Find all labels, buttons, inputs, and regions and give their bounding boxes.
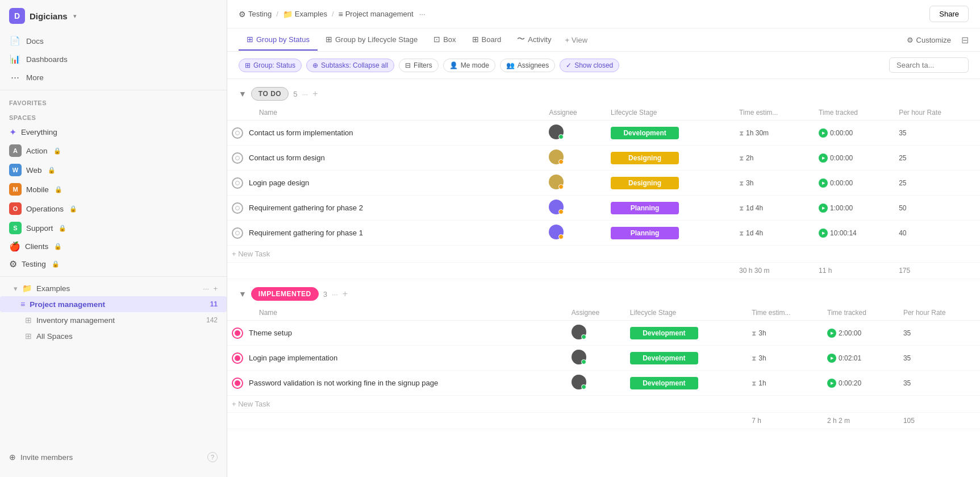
- task-name-cell: Contact us form design: [232, 152, 540, 164]
- breadcrumb-more[interactable]: ···: [419, 10, 426, 18]
- time-tracked: 0:00:20: [827, 379, 894, 388]
- play-icon[interactable]: [827, 379, 836, 388]
- filter-me-mode[interactable]: 👤 Me mode: [443, 59, 495, 72]
- help-icon[interactable]: ?: [207, 452, 218, 462]
- new-task-label[interactable]: + New Task: [232, 250, 270, 258]
- filter-group-status[interactable]: ⊞ Group: Status: [239, 59, 302, 72]
- grid-view-icon[interactable]: ⊟: [961, 35, 969, 45]
- new-task-label[interactable]: + New Task: [232, 400, 270, 408]
- divider2: [0, 276, 227, 277]
- search-input[interactable]: [889, 57, 969, 73]
- sidebar-item-everything[interactable]: ✦ Everything: [0, 123, 227, 141]
- group-add-implemented[interactable]: +: [343, 289, 348, 299]
- play-icon[interactable]: [827, 329, 836, 338]
- customize-button[interactable]: ⚙ Customize: [901, 32, 957, 48]
- group-collapse-todo[interactable]: ▼: [239, 89, 247, 98]
- breadcrumb-project[interactable]: ≡ Project management: [339, 10, 414, 19]
- group-header-todo: ▼ TO DO 5 ··· +: [227, 79, 980, 105]
- breadcrumb-testing[interactable]: ⚙ Testing: [239, 10, 272, 19]
- play-icon[interactable]: [819, 128, 828, 138]
- sidebar-item-clients[interactable]: 🍎 Clients 🔒: [0, 238, 227, 255]
- org-header[interactable]: D Digicians ▾: [0, 0, 227, 32]
- folder-actions[interactable]: ··· +: [203, 284, 218, 293]
- sidebar-item-more[interactable]: ⋯ More: [0, 68, 227, 86]
- group-section-todo: ▼ TO DO 5 ··· + Name Assignee Lifecycle …: [227, 79, 980, 279]
- play-icon[interactable]: [819, 154, 828, 163]
- group-more-implemented[interactable]: ···: [332, 290, 338, 298]
- time-estimate: ⧗ 1h: [752, 379, 818, 387]
- operations-avatar: O: [9, 202, 22, 215]
- sidebar-item-mobile[interactable]: M Mobile 🔒: [0, 180, 227, 199]
- sidebar-item-web[interactable]: W Web 🔒: [0, 160, 227, 180]
- docs-label: Docs: [26, 37, 44, 45]
- invite-members[interactable]: ⊕ Invite members ?: [0, 446, 227, 468]
- sidebar-item-action[interactable]: A Action 🔒: [0, 141, 227, 160]
- sidebar-item-operations[interactable]: O Operations 🔒: [0, 199, 227, 218]
- task-status-icon[interactable]: [232, 352, 243, 364]
- group-add-todo[interactable]: +: [312, 89, 318, 99]
- filter-filters[interactable]: ⊟ Filters: [399, 59, 439, 72]
- table-row[interactable]: Theme setup Development: [227, 321, 980, 346]
- task-status-icon[interactable]: [232, 202, 243, 214]
- group-count-implemented: 3: [323, 290, 327, 298]
- sidebar-item-docs[interactable]: 📄 Docs: [0, 32, 227, 50]
- table-row[interactable]: Requirement gathering for phase 2 Planni…: [227, 196, 980, 221]
- examples-folder[interactable]: ▾ 📁 Examples ··· +: [0, 280, 227, 296]
- tab-group-status[interactable]: ⊞ Group by Status: [239, 29, 318, 51]
- operations-label: Operations: [26, 205, 64, 213]
- col-per-hour-implemented: Per hour Rate: [899, 305, 980, 321]
- filter-show-closed[interactable]: ✓ Show closed: [560, 59, 619, 72]
- table-row[interactable]: Requirement gathering for phase 1 Planni…: [227, 221, 980, 246]
- play-icon[interactable]: [819, 179, 828, 188]
- table-row[interactable]: Login page implementation Development: [227, 346, 980, 371]
- play-icon[interactable]: [827, 354, 836, 363]
- lifecycle-badge: Designing: [611, 152, 679, 164]
- sidebar-all-spaces[interactable]: ⊞ All Spaces: [0, 328, 227, 344]
- table-row[interactable]: Contact us form design Designing: [227, 146, 980, 171]
- board-label: Board: [482, 35, 502, 44]
- table-row[interactable]: Login page design Designing: [227, 171, 980, 196]
- table-row[interactable]: Password validation is not working fine …: [227, 371, 980, 396]
- web-lock-icon: 🔒: [48, 167, 56, 174]
- clients-icon: 🍎: [9, 241, 20, 252]
- tab-board[interactable]: ⊞ Board: [464, 29, 510, 51]
- sidebar-list-inventory-management[interactable]: ⊞ Inventory management 142: [0, 312, 227, 328]
- task-status-icon[interactable]: [232, 227, 243, 239]
- play-icon[interactable]: [819, 229, 828, 238]
- more-icon: ⋯: [9, 72, 20, 82]
- summary-time-tracked: 11 h: [819, 267, 832, 275]
- filter-subtasks[interactable]: ⊕ Subtasks: Collapse all: [306, 59, 394, 72]
- tab-box[interactable]: ⊡ Box: [426, 29, 464, 51]
- summary-row: 30 h 30 m 11 h 175: [227, 263, 980, 279]
- task-status-icon[interactable]: [232, 177, 243, 189]
- filter-assignees[interactable]: 👥 Assignees: [500, 59, 555, 72]
- col-time-estimate-todo: Time estim...: [735, 105, 814, 121]
- sidebar-item-testing[interactable]: ⚙ Testing 🔒: [0, 255, 227, 273]
- divider: [0, 90, 227, 90]
- play-icon[interactable]: [819, 204, 828, 213]
- sidebar-item-dashboards[interactable]: 📊 Dashboards: [0, 50, 227, 68]
- task-status-icon[interactable]: [232, 152, 243, 164]
- group-more-todo[interactable]: ···: [302, 90, 308, 98]
- col-assignee-todo: Assignee: [544, 105, 606, 121]
- share-button[interactable]: Share: [929, 6, 969, 22]
- table-row[interactable]: Contact us form implementation Developme…: [227, 121, 980, 146]
- tab-add-view[interactable]: + View: [559, 30, 593, 50]
- tab-activity[interactable]: 〜 Activity: [509, 28, 559, 51]
- tab-group-lifecycle[interactable]: ⊞ Group by Lifecycle Stage: [318, 29, 426, 51]
- hourglass-icon: ⧗: [739, 129, 744, 137]
- sidebar-list-project-management[interactable]: ≡ Project management 11: [0, 296, 227, 312]
- time-tracked-value: 0:00:00: [830, 179, 853, 187]
- hourglass-icon: ⧗: [739, 154, 744, 162]
- sidebar-item-support[interactable]: S Support 🔒: [0, 218, 227, 238]
- box-icon: ⊡: [433, 35, 440, 44]
- task-status-icon[interactable]: [232, 327, 243, 339]
- group-collapse-implemented[interactable]: ▼: [239, 289, 247, 298]
- group-badge-todo[interactable]: TO DO: [251, 87, 289, 101]
- task-status-icon[interactable]: [232, 378, 243, 389]
- new-task-row[interactable]: + New Task: [227, 246, 980, 263]
- breadcrumb-examples[interactable]: 📁 Examples: [283, 10, 327, 19]
- task-status-icon[interactable]: [232, 127, 243, 139]
- group-badge-implemented[interactable]: IMPLEMENTED: [251, 287, 319, 301]
- new-task-row[interactable]: + New Task: [227, 396, 980, 413]
